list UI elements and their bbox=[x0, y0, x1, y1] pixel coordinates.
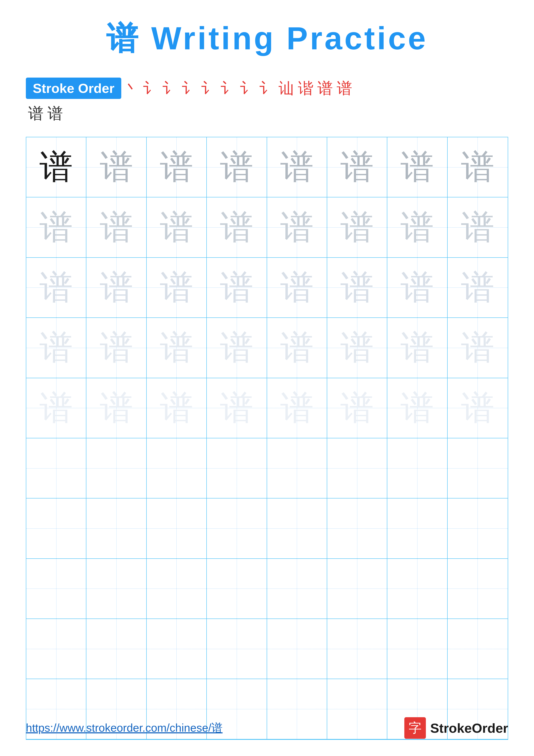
grid-cell-r9c6[interactable] bbox=[327, 619, 387, 679]
grid-cell-r7c3[interactable] bbox=[147, 499, 207, 558]
grid-cell-r6c1[interactable] bbox=[26, 438, 87, 499]
grid-cell-r5c4[interactable]: 谱 bbox=[207, 378, 267, 438]
grid-cell-r9c2[interactable] bbox=[87, 619, 146, 679]
grid-cell-r7c7[interactable] bbox=[387, 499, 447, 558]
grid-cell-r3c1[interactable]: 谱 bbox=[26, 258, 87, 318]
grid-char: 谱 bbox=[160, 325, 193, 370]
grid-cell-r2c3[interactable]: 谱 bbox=[147, 198, 207, 257]
grid-char: 谱 bbox=[400, 386, 434, 431]
grid-cell-r8c1[interactable] bbox=[26, 559, 87, 619]
grid-cell-r3c5[interactable]: 谱 bbox=[267, 258, 327, 318]
grid-cell-r8c3[interactable] bbox=[147, 559, 207, 619]
grid-char: 谱 bbox=[340, 265, 374, 310]
grid-cell-r4c1[interactable]: 谱 bbox=[26, 318, 87, 378]
grid-char: 谱 bbox=[100, 145, 133, 190]
grid-cell-r2c5[interactable]: 谱 bbox=[267, 198, 327, 257]
grid-char: 谱 bbox=[100, 205, 133, 250]
grid-cell-r1c6[interactable]: 谱 bbox=[327, 137, 387, 198]
footer-logo: 字 StrokeOrder bbox=[404, 717, 508, 739]
grid-cell-r8c4[interactable] bbox=[207, 559, 267, 619]
grid-char: 谱 bbox=[280, 145, 314, 190]
grid-char: 谱 bbox=[461, 386, 495, 431]
grid-cell-r5c1[interactable]: 谱 bbox=[26, 378, 87, 438]
grid-cell-r6c4[interactable] bbox=[207, 438, 267, 499]
grid-cell-r3c8[interactable]: 谱 bbox=[447, 258, 508, 318]
grid-cell-r1c3[interactable]: 谱 bbox=[147, 137, 207, 198]
grid-cell-r6c2[interactable] bbox=[87, 438, 146, 499]
grid-cell-r8c7[interactable] bbox=[387, 559, 447, 619]
grid-cell-r5c3[interactable]: 谱 bbox=[147, 378, 207, 438]
grid-cell-r2c7[interactable]: 谱 bbox=[387, 198, 447, 257]
grid-cell-r6c3[interactable] bbox=[147, 438, 207, 499]
grid-cell-r9c8[interactable] bbox=[447, 619, 508, 679]
writing-grid: 谱 谱 谱 谱 谱 谱 谱 谱 谱 谱 谱 bbox=[26, 137, 508, 740]
grid-cell-r2c4[interactable]: 谱 bbox=[207, 198, 267, 257]
grid-cell-r1c8[interactable]: 谱 bbox=[447, 137, 508, 198]
grid-char: 谱 bbox=[100, 325, 133, 370]
grid-cell-r9c4[interactable] bbox=[207, 619, 267, 679]
grid-cell-r3c7[interactable]: 谱 bbox=[387, 258, 447, 318]
grid-cell-r6c6[interactable] bbox=[327, 438, 387, 499]
grid-cell-r4c3[interactable]: 谱 bbox=[147, 318, 207, 378]
grid-cell-r9c1[interactable] bbox=[26, 619, 87, 679]
grid-cell-r3c6[interactable]: 谱 bbox=[327, 258, 387, 318]
grid-char: 谱 bbox=[340, 205, 374, 250]
grid-cell-r5c8[interactable]: 谱 bbox=[447, 378, 508, 438]
grid-cell-r7c1[interactable] bbox=[26, 499, 87, 558]
grid-cell-r4c4[interactable]: 谱 bbox=[207, 318, 267, 378]
stroke-sequence: 丶 讠 讠 讠 讠 讠 讠 讠 讪 谐 谱 谱 bbox=[123, 78, 352, 99]
stroke-step-10: 谐 bbox=[298, 78, 314, 99]
stroke-step-12: 谱 bbox=[337, 78, 352, 99]
grid-cell-r7c6[interactable] bbox=[327, 499, 387, 558]
grid-char: 谱 bbox=[39, 145, 73, 190]
grid-cell-r5c6[interactable]: 谱 bbox=[327, 378, 387, 438]
grid-cell-r2c1[interactable]: 谱 bbox=[26, 198, 87, 257]
grid-cell-r3c4[interactable]: 谱 bbox=[207, 258, 267, 318]
grid-cell-r4c5[interactable]: 谱 bbox=[267, 318, 327, 378]
grid-cell-r3c3[interactable]: 谱 bbox=[147, 258, 207, 318]
grid-char: 谱 bbox=[39, 325, 73, 370]
grid-cell-r6c5[interactable] bbox=[267, 438, 327, 499]
grid-cell-r6c8[interactable] bbox=[447, 438, 508, 499]
stroke-order-row: Stroke Order 丶 讠 讠 讠 讠 讠 讠 讠 讪 谐 谱 谱 bbox=[26, 78, 508, 99]
grid-cell-r4c7[interactable]: 谱 bbox=[387, 318, 447, 378]
grid-cell-r5c2[interactable]: 谱 bbox=[87, 378, 146, 438]
grid-char: 谱 bbox=[220, 325, 253, 370]
grid-cell-r1c4[interactable]: 谱 bbox=[207, 137, 267, 198]
grid-cell-r1c2[interactable]: 谱 bbox=[87, 137, 146, 198]
grid-char: 谱 bbox=[461, 205, 495, 250]
grid-cell-r5c5[interactable]: 谱 bbox=[267, 378, 327, 438]
grid-cell-r8c6[interactable] bbox=[327, 559, 387, 619]
stroke-second-row: 谱 谱 bbox=[26, 103, 508, 124]
grid-cell-r3c2[interactable]: 谱 bbox=[87, 258, 146, 318]
grid-cell-r1c7[interactable]: 谱 bbox=[387, 137, 447, 198]
grid-char: 谱 bbox=[39, 386, 73, 431]
grid-cell-r8c2[interactable] bbox=[87, 559, 146, 619]
grid-cell-r8c8[interactable] bbox=[447, 559, 508, 619]
footer: https://www.strokeorder.com/chinese/谱 字 … bbox=[26, 717, 508, 739]
grid-cell-r8c5[interactable] bbox=[267, 559, 327, 619]
grid-cell-r5c7[interactable]: 谱 bbox=[387, 378, 447, 438]
footer-url[interactable]: https://www.strokeorder.com/chinese/谱 bbox=[26, 720, 222, 736]
grid-cell-r9c7[interactable] bbox=[387, 619, 447, 679]
grid-cell-r1c1[interactable]: 谱 bbox=[26, 137, 87, 198]
stroke-step-1: 丶 bbox=[123, 78, 139, 99]
grid-cell-r2c8[interactable]: 谱 bbox=[447, 198, 508, 257]
grid-char: 谱 bbox=[280, 205, 314, 250]
grid-char: 谱 bbox=[160, 386, 193, 431]
grid-cell-r7c4[interactable] bbox=[207, 499, 267, 558]
grid-cell-r7c5[interactable] bbox=[267, 499, 327, 558]
grid-cell-r4c2[interactable]: 谱 bbox=[87, 318, 146, 378]
grid-cell-r7c8[interactable] bbox=[447, 499, 508, 558]
grid-char: 谱 bbox=[340, 325, 374, 370]
grid-cell-r6c7[interactable] bbox=[387, 438, 447, 499]
grid-char: 谱 bbox=[220, 145, 253, 190]
grid-cell-r1c5[interactable]: 谱 bbox=[267, 137, 327, 198]
grid-cell-r2c6[interactable]: 谱 bbox=[327, 198, 387, 257]
grid-cell-r9c3[interactable] bbox=[147, 619, 207, 679]
grid-cell-r4c8[interactable]: 谱 bbox=[447, 318, 508, 378]
grid-cell-r4c6[interactable]: 谱 bbox=[327, 318, 387, 378]
grid-cell-r7c2[interactable] bbox=[87, 499, 146, 558]
grid-cell-r2c2[interactable]: 谱 bbox=[87, 198, 146, 257]
grid-cell-r9c5[interactable] bbox=[267, 619, 327, 679]
